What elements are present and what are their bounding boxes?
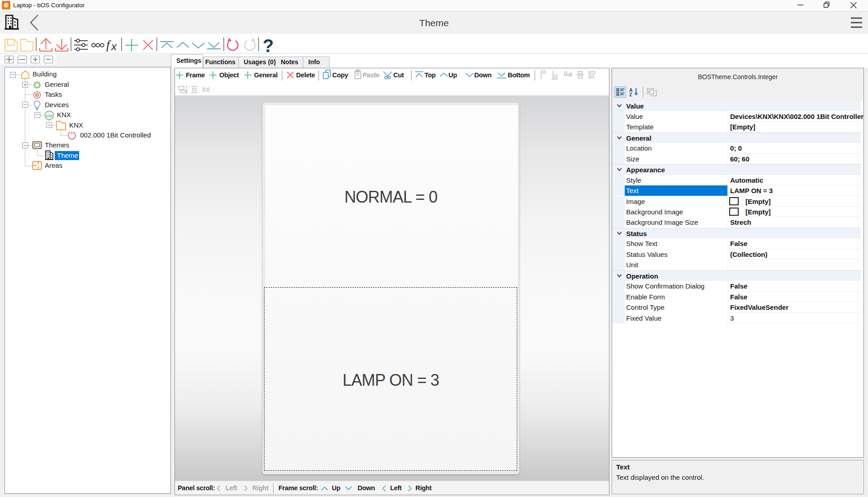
svg-text:Z: Z — [629, 92, 632, 97]
svg-text:?: ? — [263, 36, 274, 54]
svg-text:KNX: KNX — [46, 114, 53, 118]
svg-text:f: f — [106, 38, 111, 52]
svg-text:x: x — [111, 40, 117, 52]
